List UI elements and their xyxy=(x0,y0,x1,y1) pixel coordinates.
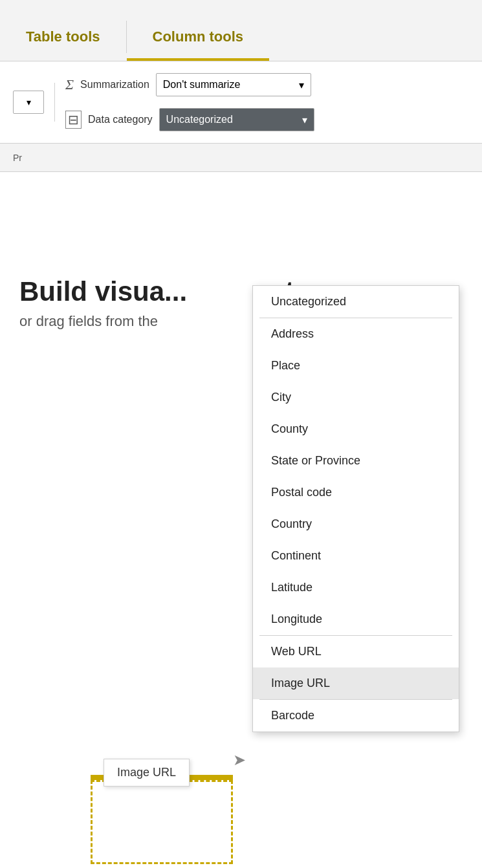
dropdown-item-uncategorized[interactable]: Uncategorized xyxy=(253,286,459,318)
summarization-dropdown[interactable]: Don't summarize ▾ xyxy=(156,73,311,96)
tab-column-tools[interactable]: Column tools xyxy=(127,12,270,61)
build-visual-title-main: Build visua xyxy=(19,276,164,307)
chevron-down-icon: ▾ xyxy=(27,97,31,107)
build-visual-title-clipped: ... xyxy=(164,276,187,307)
dropdown-item-country[interactable]: Country xyxy=(253,508,459,540)
data-category-icon: ⊟ xyxy=(65,111,82,129)
data-category-label: Data category xyxy=(88,114,153,125)
ribbon-controls: Σ Summarization Don't summarize ▾ ⊟ Data… xyxy=(65,69,314,135)
dropdown-item-state-or-province[interactable]: State or Province xyxy=(253,445,459,477)
tab-table-tools-label: Table tools xyxy=(26,28,100,45)
arrow-pointer-icon: ➤ xyxy=(233,751,246,769)
main-content: Build visua... ta or drag fields from th… xyxy=(0,172,482,868)
data-category-dropdown[interactable]: Uncategorized ▾ xyxy=(159,108,314,131)
dropdown-item-continent[interactable]: Continent xyxy=(253,540,459,572)
dropdown-item-address[interactable]: Address xyxy=(253,318,459,350)
summarization-row: Σ Summarization Don't summarize ▾ xyxy=(65,69,314,100)
ribbon-small-dropdown[interactable]: ▾ xyxy=(13,91,44,114)
sigma-icon: Σ xyxy=(65,76,74,93)
dropdown-item-latitude[interactable]: Latitude xyxy=(253,572,459,603)
tab-bar: Table tools Column tools xyxy=(0,0,482,61)
dashed-box xyxy=(91,780,233,864)
image-url-tooltip-label: Image URL xyxy=(117,766,176,779)
dropdown-item-postal-code[interactable]: Postal code xyxy=(253,477,459,508)
tab-table-tools[interactable]: Table tools xyxy=(0,12,126,61)
image-url-tooltip: Image URL xyxy=(104,759,190,787)
summarization-value: Don't summarize xyxy=(163,79,241,91)
ribbon-divider xyxy=(54,83,55,122)
dropdown-item-longitude[interactable]: Longitude xyxy=(253,603,459,635)
summarization-chevron-icon: ▾ xyxy=(299,79,304,91)
summarization-label: Summarization xyxy=(80,79,149,91)
dropdown-item-web-url[interactable]: Web URL xyxy=(253,636,459,667)
data-category-chevron-icon: ▾ xyxy=(302,114,307,126)
dropdown-item-city[interactable]: City xyxy=(253,382,459,413)
tab-column-tools-label: Column tools xyxy=(153,28,244,45)
dropdown-item-place[interactable]: Place xyxy=(253,350,459,382)
dropdown-item-barcode[interactable]: Barcode xyxy=(253,700,459,732)
build-visual-subtitle-main: or drag fields from the xyxy=(19,313,158,329)
dropdown-item-image-url[interactable]: Image URL xyxy=(253,667,459,699)
data-category-dropdown-menu[interactable]: Uncategorized Address Place City County … xyxy=(252,285,459,732)
data-category-value: Uncategorized xyxy=(166,114,233,125)
dashed-box-container xyxy=(91,775,233,864)
properties-label: Pr xyxy=(13,153,22,163)
properties-bar: Pr xyxy=(0,144,482,172)
ribbon: ▾ Σ Summarization Don't summarize ▾ ⊟ Da… xyxy=(0,61,482,144)
dropdown-item-county[interactable]: County xyxy=(253,413,459,445)
data-category-row: ⊟ Data category Uncategorized ▾ xyxy=(65,104,314,135)
